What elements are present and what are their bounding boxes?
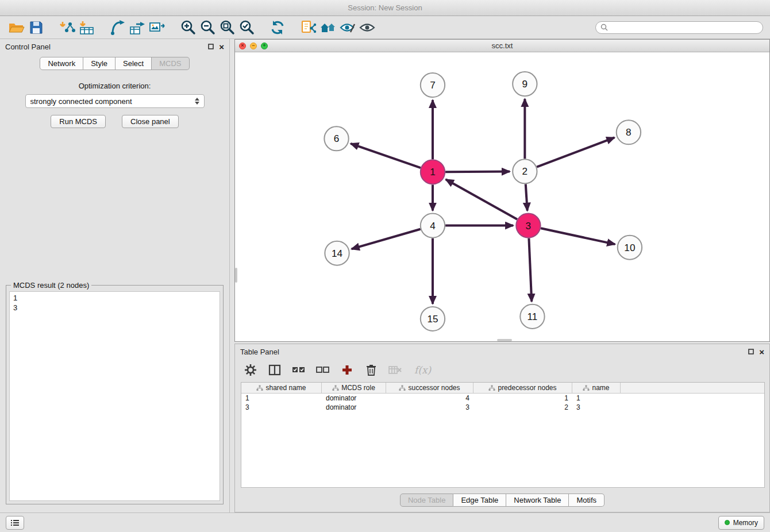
- node-label: 11: [528, 311, 538, 322]
- column-header-successor-nodes[interactable]: successor nodes: [386, 383, 473, 393]
- column-header-name[interactable]: name: [572, 383, 621, 393]
- table-panel-close-icon[interactable]: ×: [759, 348, 764, 356]
- new-table-button[interactable]: [128, 18, 147, 37]
- column-header-predecessor-nodes[interactable]: predecessor nodes: [473, 383, 572, 393]
- mcds-result-list[interactable]: 13: [9, 291, 220, 501]
- export-image-button[interactable]: [147, 18, 167, 37]
- save-session-button[interactable]: [26, 18, 46, 37]
- table-row[interactable]: 3dominator323: [241, 403, 764, 412]
- apply-style-button[interactable]: [338, 18, 357, 37]
- tab-mcds[interactable]: MCDS: [152, 57, 189, 70]
- minimize-window-icon[interactable]: −: [250, 43, 257, 49]
- refresh-view-button[interactable]: [268, 18, 287, 37]
- edge-3-11[interactable]: [529, 238, 532, 302]
- search-input[interactable]: [611, 24, 758, 32]
- node-6[interactable]: 6: [324, 126, 348, 151]
- node-14[interactable]: 14: [325, 241, 349, 265]
- tab-network-table[interactable]: Network Table: [506, 494, 569, 507]
- show-column-panel-button[interactable]: [267, 362, 282, 378]
- copy-layout-button[interactable]: [299, 18, 318, 37]
- node-1[interactable]: 1: [421, 160, 445, 184]
- open-file-button[interactable]: [7, 18, 26, 37]
- table-row[interactable]: 1dominator411: [241, 394, 764, 403]
- node-9[interactable]: 9: [513, 72, 537, 96]
- new-network-button[interactable]: [108, 18, 128, 37]
- zoom-fit-button[interactable]: [217, 18, 237, 37]
- edge-1-2[interactable]: [445, 172, 510, 172]
- node-7[interactable]: 7: [421, 73, 445, 97]
- table-cell[interactable]: 2: [473, 403, 572, 411]
- criterion-dropdown-value: strongly connected component: [30, 97, 132, 106]
- tab-style[interactable]: Style: [83, 57, 116, 70]
- memory-button[interactable]: Memory: [718, 516, 764, 530]
- tab-motifs[interactable]: Motifs: [569, 494, 605, 507]
- node-4[interactable]: 4: [421, 214, 445, 238]
- network-view[interactable]: 7968124314101511: [235, 52, 769, 341]
- table-cell[interactable]: dominator: [322, 403, 386, 411]
- node-3[interactable]: 3: [516, 214, 540, 238]
- import-network-button[interactable]: [57, 18, 77, 37]
- control-panel-title: Control Panel: [5, 43, 51, 51]
- table-body: 1dominator4113dominator323: [241, 394, 764, 487]
- node-2[interactable]: 2: [513, 159, 537, 183]
- deselect-all-button[interactable]: [315, 362, 330, 378]
- vertical-scrollbar[interactable]: [235, 268, 237, 283]
- edge-1-6[interactable]: [351, 144, 421, 168]
- node-8[interactable]: 8: [617, 120, 641, 144]
- maximize-window-icon[interactable]: +: [261, 43, 268, 49]
- column-header-shared-name[interactable]: shared name: [241, 383, 322, 393]
- node-label: 9: [522, 79, 528, 90]
- search-box[interactable]: [595, 21, 763, 34]
- table-settings-button[interactable]: [243, 362, 258, 378]
- close-panel-button[interactable]: Close panel: [122, 115, 179, 128]
- table-cell[interactable]: 3: [241, 403, 322, 411]
- home-icon: [319, 20, 337, 35]
- column-header-label: predecessor nodes: [498, 384, 556, 392]
- table-cell[interactable]: 1: [241, 394, 322, 402]
- add-column-button[interactable]: [340, 362, 355, 378]
- zoom-out-button[interactable]: [198, 18, 217, 37]
- tab-edge-table[interactable]: Edge Table: [453, 494, 506, 507]
- node-10[interactable]: 10: [618, 236, 642, 260]
- show-hide-graphics-button[interactable]: [357, 18, 377, 37]
- criterion-dropdown[interactable]: strongly connected component: [25, 94, 205, 108]
- network-window-titlebar: scc.txt × − +: [235, 40, 769, 52]
- new-table-icon: [129, 20, 146, 36]
- table-cell[interactable]: 1: [473, 394, 572, 402]
- tab-network[interactable]: Network: [40, 57, 83, 70]
- import-table-button[interactable]: [77, 18, 97, 37]
- zoom-in-button[interactable]: [178, 18, 198, 37]
- zoom-selected-button[interactable]: [237, 18, 256, 37]
- control-panel-close-icon[interactable]: ×: [219, 43, 224, 51]
- close-window-icon[interactable]: ×: [239, 43, 246, 49]
- tab-select[interactable]: Select: [116, 57, 152, 70]
- table-cell[interactable]: 3: [386, 403, 473, 411]
- table-cell[interactable]: 4: [386, 394, 473, 402]
- edge-3-10[interactable]: [541, 228, 615, 244]
- edge-2-8[interactable]: [537, 137, 614, 167]
- edge-2-3[interactable]: [526, 184, 528, 210]
- table-cell[interactable]: dominator: [322, 394, 386, 402]
- control-panel-float-icon[interactable]: [208, 44, 214, 49]
- select-all-button[interactable]: [291, 362, 306, 378]
- table-cell[interactable]: 3: [572, 403, 621, 411]
- delete-column-button[interactable]: [364, 362, 379, 378]
- automation-panel-button[interactable]: [6, 516, 24, 530]
- tab-node-table[interactable]: Node Table: [400, 494, 454, 507]
- home-view-button[interactable]: [318, 18, 338, 37]
- table-panel-tabs: Node TableEdge TableNetwork TableMotifs: [235, 494, 769, 507]
- node-11[interactable]: 11: [520, 304, 544, 329]
- table-panel-float-icon[interactable]: [748, 349, 754, 354]
- function-builder-button[interactable]: f(x): [414, 364, 431, 376]
- column-header-mcds-role[interactable]: MCDS role: [322, 383, 386, 393]
- network-canvas[interactable]: 7968124314101511: [235, 52, 769, 341]
- edge-4-14[interactable]: [352, 229, 421, 249]
- mcds-result-group: MCDS result (2 nodes) 13: [6, 285, 224, 504]
- table-cell[interactable]: 1: [572, 394, 621, 402]
- edge-3-1[interactable]: [446, 179, 517, 219]
- copy-layout-icon: [300, 20, 317, 36]
- node-15[interactable]: 15: [421, 307, 445, 331]
- run-mcds-button[interactable]: Run MCDS: [51, 115, 106, 128]
- search-icon: [600, 24, 608, 31]
- horizontal-scrollbar[interactable]: [497, 339, 512, 341]
